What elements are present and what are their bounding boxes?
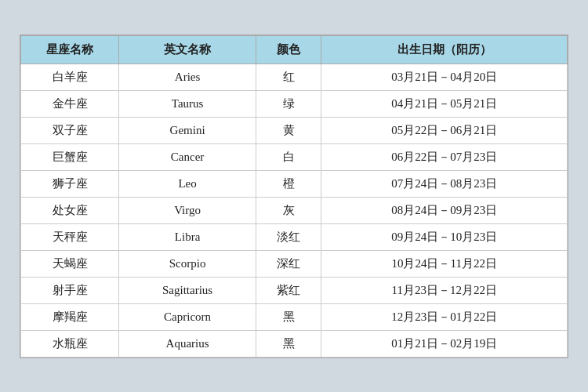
cell-english: Scorpio — [119, 250, 256, 277]
cell-date: 07月24日－08月23日 — [321, 170, 568, 197]
table-row: 双子座Gemini黄05月22日－06月21日 — [21, 117, 568, 143]
cell-date: 11月23日－12月22日 — [321, 277, 568, 303]
cell-color: 绿 — [256, 90, 321, 117]
cell-date: 05月22日－06月21日 — [321, 117, 568, 143]
cell-english: Virgo — [119, 197, 256, 223]
cell-date: 10月24日－11月22日 — [321, 250, 568, 277]
table-row: 巨蟹座Cancer白06月22日－07月23日 — [21, 143, 568, 170]
cell-chinese: 金牛座 — [21, 90, 119, 117]
cell-english: Gemini — [119, 117, 256, 143]
table-row: 天蝎座Scorpio深红10月24日－11月22日 — [21, 250, 568, 277]
cell-color: 橙 — [256, 170, 321, 197]
cell-chinese: 白羊座 — [21, 64, 119, 90]
header-date: 出生日期（阳历） — [321, 35, 568, 64]
header-color: 颜色 — [256, 35, 321, 64]
cell-color: 深红 — [256, 250, 321, 277]
cell-chinese: 天蝎座 — [21, 250, 119, 277]
table-header-row: 星座名称 英文名称 颜色 出生日期（阳历） — [21, 35, 568, 64]
cell-date: 12月23日－01月22日 — [321, 303, 568, 330]
table-row: 射手座Sagittarius紫红11月23日－12月22日 — [21, 277, 568, 303]
table-row: 白羊座Aries红03月21日－04月20日 — [21, 64, 568, 90]
cell-date: 03月21日－04月20日 — [321, 64, 568, 90]
cell-chinese: 巨蟹座 — [21, 143, 119, 170]
header-chinese: 星座名称 — [21, 35, 119, 64]
cell-color: 红 — [256, 64, 321, 90]
cell-date: 08月24日－09月23日 — [321, 197, 568, 223]
cell-english: Taurus — [119, 90, 256, 117]
cell-date: 06月22日－07月23日 — [321, 143, 568, 170]
cell-english: Leo — [119, 170, 256, 197]
cell-chinese: 水瓶座 — [21, 330, 119, 357]
cell-chinese: 双子座 — [21, 117, 119, 143]
cell-chinese: 处女座 — [21, 197, 119, 223]
cell-color: 灰 — [256, 197, 321, 223]
cell-chinese: 天秤座 — [21, 223, 119, 250]
cell-color: 白 — [256, 143, 321, 170]
table-row: 狮子座Leo橙07月24日－08月23日 — [21, 170, 568, 197]
cell-english: Capricorn — [119, 303, 256, 330]
cell-color: 黄 — [256, 117, 321, 143]
cell-date: 09月24日－10月23日 — [321, 223, 568, 250]
cell-chinese: 摩羯座 — [21, 303, 119, 330]
cell-chinese: 射手座 — [21, 277, 119, 303]
table-row: 金牛座Taurus绿04月21日－05月21日 — [21, 90, 568, 117]
cell-english: Aries — [119, 64, 256, 90]
cell-date: 01月21日－02月19日 — [321, 330, 568, 357]
table-body: 白羊座Aries红03月21日－04月20日金牛座Taurus绿04月21日－0… — [21, 64, 568, 357]
cell-english: Cancer — [119, 143, 256, 170]
table-row: 天秤座Libra淡红09月24日－10月23日 — [21, 223, 568, 250]
cell-color: 紫红 — [256, 277, 321, 303]
cell-color: 淡红 — [256, 223, 321, 250]
table-row: 水瓶座Aquarius黑01月21日－02月19日 — [21, 330, 568, 357]
cell-color: 黑 — [256, 330, 321, 357]
cell-english: Sagittarius — [119, 277, 256, 303]
cell-chinese: 狮子座 — [21, 170, 119, 197]
zodiac-table-container: 星座名称 英文名称 颜色 出生日期（阳历） 白羊座Aries红03月21日－04… — [20, 34, 568, 358]
cell-english: Aquarius — [119, 330, 256, 357]
header-english: 英文名称 — [119, 35, 256, 64]
zodiac-table: 星座名称 英文名称 颜色 出生日期（阳历） 白羊座Aries红03月21日－04… — [20, 35, 568, 358]
cell-date: 04月21日－05月21日 — [321, 90, 568, 117]
cell-english: Libra — [119, 223, 256, 250]
table-row: 处女座Virgo灰08月24日－09月23日 — [21, 197, 568, 223]
cell-color: 黑 — [256, 303, 321, 330]
table-row: 摩羯座Capricorn黑12月23日－01月22日 — [21, 303, 568, 330]
